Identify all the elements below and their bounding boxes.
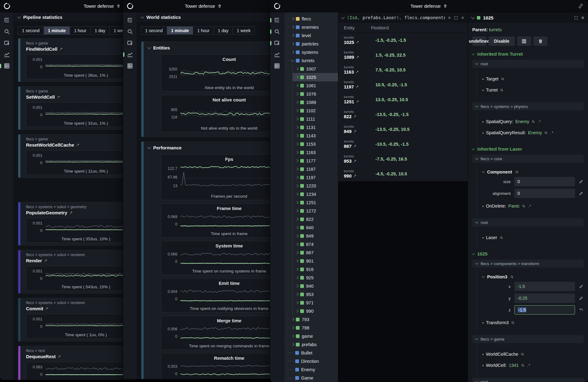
expand-chevron-icon[interactable] [291, 58, 294, 62]
undo-icon[interactable] [575, 307, 584, 312]
expand-chevron-icon[interactable] [296, 293, 299, 296]
time-range-button[interactable]: 1 day [214, 26, 233, 35]
tree-item-1007[interactable]: 1007 [293, 65, 338, 73]
expand-chevron-icon[interactable] [296, 251, 299, 254]
tree-item-Game[interactable]: Game [284, 374, 338, 382]
open-stat-link[interactable]: ↗ [44, 258, 47, 263]
expand-chevron-icon[interactable] [296, 276, 299, 279]
save-button[interactable] [517, 36, 531, 46]
edit-pencil-icon[interactable] [575, 296, 584, 301]
time-range-button[interactable]: 1 hour [70, 26, 91, 35]
query-lens-icon[interactable] [521, 363, 525, 367]
tree-item-849[interactable]: 849 [293, 232, 338, 240]
expand-chevron-icon[interactable] [296, 268, 299, 271]
perf-icon[interactable] [3, 62, 10, 69]
expand-chevron-icon[interactable] [296, 201, 299, 204]
tree-item-1220[interactable]: 1220 [293, 182, 338, 190]
tree-item-793[interactable]: 793 [284, 315, 338, 324]
perf-icon[interactable] [127, 62, 133, 69]
query-lens-icon[interactable] [501, 77, 505, 81]
time-range-button[interactable]: 1 minute [44, 26, 70, 35]
tree-item-Enemy[interactable]: Enemy [284, 365, 338, 374]
expand-chevron-icon[interactable] [296, 143, 299, 146]
trash-icon[interactable] [443, 3, 447, 9]
search-icon[interactable] [274, 28, 280, 35]
component-group-header[interactable]: flecs > components > transform [472, 260, 584, 268]
tree-item-1131[interactable]: 1131 [293, 123, 338, 131]
expand-chevron-icon[interactable] [296, 193, 299, 196]
section-header[interactable]: Entities [148, 45, 281, 50]
tree-panel-icon[interactable] [127, 17, 133, 24]
search-icon[interactable] [3, 28, 10, 35]
tree-item-798[interactable]: 798 [284, 324, 338, 332]
expand-chevron-icon[interactable] [291, 17, 294, 20]
open-entity-link[interactable]: ↗ [356, 55, 359, 59]
search-icon[interactable] [127, 28, 133, 35]
expand-panel-icon[interactable] [454, 15, 458, 20]
inspector-section-header[interactable]: inherited from Turret [472, 51, 584, 57]
tree-item-1153[interactable]: 1153 [293, 140, 338, 148]
expand-chevron-icon[interactable] [296, 151, 299, 154]
expand-chevron-icon[interactable] [296, 134, 299, 137]
expand-chevron-icon[interactable] [291, 42, 294, 45]
time-range-button[interactable]: 1 hour [193, 26, 214, 35]
expand-chevron-icon[interactable] [296, 84, 299, 87]
tree-item-1076[interactable]: 1076 [293, 90, 338, 98]
tree-item-1251[interactable]: 1251 [293, 198, 338, 207]
edit-pencil-icon[interactable] [575, 179, 584, 184]
tree-item-1187[interactable]: 1187 [293, 165, 338, 173]
open-entity-link[interactable]: ↗ [353, 114, 357, 119]
tree-item-level[interactable]: level [284, 31, 338, 40]
chart-icon[interactable] [3, 51, 10, 58]
expand-chevron-icon[interactable] [296, 92, 299, 96]
collapse-chevron-icon[interactable] [341, 15, 344, 19]
expand-chevron-icon[interactable] [296, 310, 299, 313]
tree-item-enemies[interactable]: enemies [284, 23, 338, 31]
open-stat-link[interactable]: ↗ [69, 210, 72, 215]
expand-chevron-icon[interactable] [291, 51, 294, 54]
component-target[interactable]: Panic [508, 204, 520, 208]
time-range-button[interactable]: 1 second [141, 26, 167, 35]
expand-chevron-icon[interactable] [296, 285, 299, 288]
expand-chevron-icon[interactable] [296, 301, 299, 304]
expand-chevron-icon[interactable] [296, 226, 299, 229]
tree-item-1272[interactable]: 1272 [293, 207, 338, 215]
query-lens-icon[interactable] [515, 170, 519, 174]
tree-item-Direction[interactable]: Direction [284, 357, 338, 365]
trash-icon[interactable] [217, 3, 222, 9]
component-group-header[interactable]: flecs > core [472, 155, 584, 163]
tree-item-1102[interactable]: 1102 [293, 106, 338, 115]
parent-link[interactable]: turrets [489, 27, 502, 32]
show-in-tree-button[interactable]: undefined [472, 36, 486, 46]
component-group-header[interactable]: root [472, 60, 584, 68]
component-expandable[interactable]: Component [482, 170, 584, 174]
expand-chevron-icon[interactable] [296, 209, 299, 212]
edit-pencil-icon[interactable] [575, 191, 584, 196]
tree-item-953[interactable]: 953 [293, 290, 338, 298]
edit-pencil-icon[interactable] [575, 284, 584, 289]
open-stat-link[interactable]: ↗ [59, 47, 63, 51]
tree-item-1177[interactable]: 1177 [293, 157, 338, 165]
open-entity-link[interactable]: ↗ [356, 99, 359, 104]
expand-chevron-icon[interactable] [291, 318, 294, 321]
query-lens-icon[interactable] [511, 321, 515, 325]
tree-item-1111[interactable]: 1111 [293, 115, 338, 123]
tree-item-840[interactable]: 840 [293, 223, 338, 232]
expand-chevron-icon[interactable] [296, 260, 299, 263]
query-lens-icon[interactable] [544, 131, 548, 135]
tree-item-1234[interactable]: 1234 [293, 190, 338, 198]
share-link-icon[interactable] [578, 3, 584, 9]
query-lens-icon[interactable] [499, 236, 504, 240]
disable-button[interactable]: Disable [489, 36, 515, 46]
component-expandable[interactable]: Position3 [482, 274, 584, 279]
inspector-section-header[interactable]: inherited from Laser [472, 146, 584, 152]
clear-query-icon[interactable]: × [448, 15, 451, 20]
field-input-y[interactable]: -0.25 [514, 294, 575, 303]
close-panel-icon[interactable]: × [581, 15, 584, 20]
component-target[interactable]: Enemy [528, 130, 542, 135]
tree-item-game[interactable]: game [284, 332, 338, 340]
component-group-header[interactable]: flecs > game [472, 335, 584, 343]
chart-icon[interactable] [127, 51, 133, 58]
tree-item-990[interactable]: 990 [293, 307, 338, 315]
expand-chevron-icon[interactable] [296, 218, 299, 221]
